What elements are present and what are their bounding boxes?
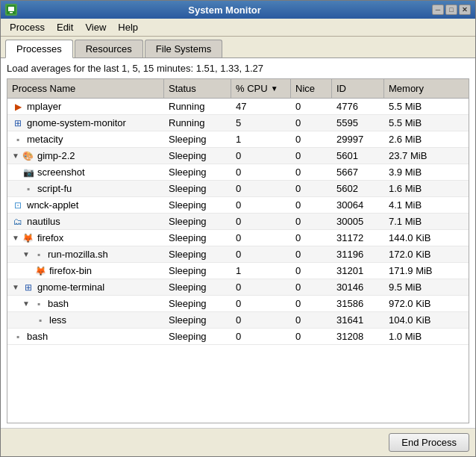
process-cpu: 0 [231,148,291,164]
process-cpu: 0 [231,197,291,213]
process-id: 31196 [332,246,384,262]
app-icon [5,4,17,16]
process-icon: 🦊 [34,265,46,277]
process-memory: 104.0 KiB [384,312,451,328]
process-name: 📷 screenshot [7,164,164,180]
process-id: 5601 [332,148,384,164]
expand-arrow[interactable]: ▼ [12,283,19,291]
process-id: 29997 [332,131,384,147]
process-status: Sleeping [164,214,231,229]
process-cpu: 1 [231,131,291,147]
process-cpu: 5 [231,115,291,131]
th-status[interactable]: Status [164,79,231,98]
th-nice[interactable]: Nice [291,79,332,98]
process-cpu: 0 [231,279,291,295]
th-process-name[interactable]: Process Name [7,79,164,98]
process-id: 31208 [332,329,384,344]
process-icon: ⊡ [12,199,24,211]
tab-resources[interactable]: Resources [75,40,143,57]
process-name-label: nautilus [27,216,60,227]
process-name: ▼ ▪ run-mozilla.sh [7,246,164,262]
process-status: Running [164,115,231,131]
maximize-button[interactable]: □ [445,4,457,15]
process-cpu: 0 [231,230,291,246]
table-row: ▼ 🎨 gimp-2.2 Sleeping 0 0 5601 23.7 MiB [7,148,469,164]
process-nice: 0 [291,312,332,328]
process-name: ▪ bash [7,329,164,344]
process-memory: 172.0 KiB [384,246,451,262]
expand-arrow[interactable]: ▼ [12,152,19,160]
process-id: 31641 [332,312,384,328]
process-status: Running [164,99,231,114]
process-nice: 0 [291,329,332,344]
process-icon: 🦊 [22,232,34,244]
title-bar-left [5,4,17,16]
process-name-label: less [49,314,66,326]
process-memory: 972.0 KiB [384,296,451,311]
expand-arrow[interactable]: ▼ [22,299,30,308]
process-id: 4776 [332,99,384,114]
bottom-bar: End Process [1,428,475,456]
th-memory[interactable]: Memory [384,79,451,98]
table-row: ▼ ⊞ gnome-terminal Sleeping 0 0 30146 9.… [7,279,469,296]
expand-arrow[interactable]: ▼ [22,250,30,258]
process-cpu: 0 [231,246,291,262]
process-icon: ▪ [22,183,34,195]
end-process-button[interactable]: End Process [389,433,469,452]
process-name-label: gimp-2.2 [37,150,75,161]
process-status: Sleeping [164,131,231,147]
menu-help[interactable]: Help [112,20,144,34]
table-row: ▪ less Sleeping 0 0 31641 104.0 KiB [7,312,469,329]
process-id: 30146 [332,279,384,295]
process-memory: 144.0 KiB [384,230,451,246]
process-memory: 4.1 MiB [384,197,451,213]
process-memory: 5.5 MiB [384,115,451,131]
process-nice: 0 [291,296,332,311]
process-name-label: bash [48,298,69,309]
process-name-label: mplayer [27,101,61,112]
process-name: ▶ mplayer [7,99,164,114]
table-row: ▪ bash Sleeping 0 0 31208 1.0 MiB [7,329,469,345]
table-row: 🦊 firefox-bin Sleeping 1 0 31201 171.9 M… [7,263,469,279]
process-name: ▼ 🦊 firefox [7,230,164,246]
menu-view[interactable]: View [79,20,112,34]
window-title: System Monitor [17,4,432,16]
process-nice: 0 [291,214,332,229]
process-id: 31201 [332,263,384,279]
close-button[interactable]: ✕ [459,4,471,15]
process-icon: 🎨 [22,150,34,162]
process-cpu: 47 [231,99,291,114]
th-cpu[interactable]: % CPU ▼ [231,79,291,98]
process-icon: ⊞ [12,117,24,129]
table-row: ▼ ▪ bash Sleeping 0 0 31586 972.0 KiB [7,296,469,312]
table-row: ▪ script-fu Sleeping 0 0 5602 1.6 MiB [7,181,469,197]
process-name: ▼ 🎨 gimp-2.2 [7,148,164,164]
process-memory: 1.6 MiB [384,181,451,196]
process-nice: 0 [291,148,332,164]
menu-process[interactable]: Process [4,20,51,34]
process-name-label: gnome-terminal [37,282,104,293]
table-row: ⊞ gnome-system-monitor Running 5 0 5595 … [7,115,469,131]
process-icon: ▪ [12,134,24,146]
table-row: ▶ mplayer Running 47 0 4776 5.5 MiB [7,99,469,115]
expand-arrow[interactable]: ▼ [12,234,19,242]
process-name: ▪ metacity [7,131,164,147]
process-id: 5667 [332,164,384,180]
process-name-label: script-fu [37,183,72,194]
minimize-button[interactable]: ─ [432,4,444,15]
process-icon: ▪ [34,314,46,326]
process-id: 5602 [332,181,384,196]
process-status: Sleeping [164,246,231,262]
table-body: ▶ mplayer Running 47 0 4776 5.5 MiB ⊞ gn… [7,99,469,423]
tab-file-systems[interactable]: File Systems [145,40,222,57]
menu-edit[interactable]: Edit [51,20,79,34]
process-status: Sleeping [164,296,231,311]
process-cpu: 0 [231,296,291,311]
table-header: Process Name Status % CPU ▼ Nice ID Memo… [7,79,469,99]
tab-processes[interactable]: Processes [5,40,73,58]
process-name: ⊡ wnck-applet [7,197,164,213]
process-status: Sleeping [164,263,231,279]
process-name: ▪ script-fu [7,181,164,196]
process-name-label: firefox [37,232,63,243]
th-id[interactable]: ID [332,79,384,98]
